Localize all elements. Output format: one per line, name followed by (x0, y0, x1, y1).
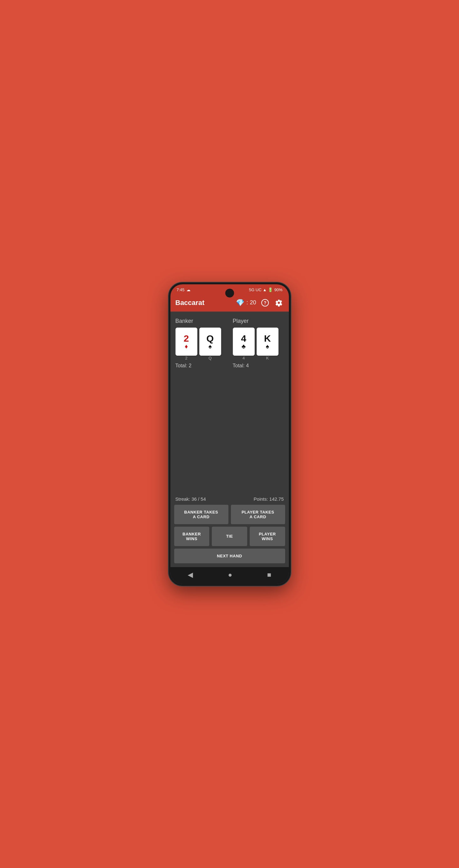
signal-icon: ▲ (263, 287, 267, 292)
status-left: 7:45 (177, 287, 191, 292)
network-label: 5G UC (249, 287, 262, 292)
player-card-1-suit: ♣ (241, 343, 246, 349)
card-container: 2 ♦ 2 (175, 328, 197, 361)
banker-card-2: Q ♠ (199, 328, 221, 356)
battery-icon: 🔋 (268, 287, 273, 292)
banker-label: Banker (175, 318, 227, 324)
player-card-1-label: 4 (233, 356, 255, 361)
player-label: Player (233, 318, 284, 324)
streak-display: Streak: 36 / 54 (175, 496, 206, 502)
gem-value: 20 (250, 299, 256, 306)
banker-card-2-label: Q (199, 356, 221, 361)
banker-total: Total: 2 (175, 363, 227, 369)
player-card-2-suit: ♠ (266, 343, 269, 349)
phone-frame: 7:45 5G UC ▲ 🔋 90% Baccarat 💎 : 20 (169, 282, 291, 586)
game-area: Banker 2 ♦ 2 Q ♠ (175, 318, 284, 369)
banker-wins-button[interactable]: BANKERWINS (174, 527, 210, 546)
stats-row: Streak: 36 / 54 Points: 142.75 (174, 493, 285, 505)
banker-card-1: 2 ♦ (175, 328, 197, 356)
status-right: 5G UC ▲ 🔋 90% (249, 287, 283, 292)
player-card-1-rank: 4 (241, 334, 246, 343)
player-card-2-label: K (257, 356, 279, 361)
app-bar-right: 💎 : 20 ? (236, 298, 284, 308)
player-cards: 4 ♣ 4 K ♠ K (233, 328, 284, 361)
bottom-area: Streak: 36 / 54 Points: 142.75 BANKER TA… (170, 493, 289, 567)
banker-card-2-suit: ♠ (208, 343, 212, 349)
home-icon[interactable]: ● (228, 571, 232, 579)
banker-section: Banker 2 ♦ 2 Q ♠ (175, 318, 227, 369)
player-card-2-rank: K (264, 334, 271, 343)
svg-text:?: ? (263, 300, 266, 305)
player-card-2: K ♠ (257, 328, 279, 356)
card-container: K ♠ K (257, 328, 279, 361)
next-hand-button[interactable]: NEXT HAND (174, 549, 285, 563)
banker-cards: 2 ♦ 2 Q ♠ Q (175, 328, 227, 361)
banker-takes-card-button[interactable]: BANKER TAKESA CARD (174, 505, 228, 524)
card-container: 4 ♣ 4 (233, 328, 255, 361)
help-button[interactable]: ? (260, 298, 270, 308)
gem-icon: 💎 (236, 299, 245, 307)
points-display: Points: 142.75 (254, 496, 284, 502)
banker-card-1-suit: ♦ (184, 343, 188, 349)
settings-button[interactable] (274, 298, 284, 308)
tie-button[interactable]: TIE (212, 527, 247, 546)
back-icon[interactable]: ◀ (188, 571, 193, 579)
battery-percent: 90% (274, 287, 282, 292)
recents-icon[interactable]: ■ (267, 571, 271, 579)
player-takes-card-button[interactable]: PLAYER TAKESA CARD (231, 505, 285, 524)
card-container: Q ♠ Q (199, 328, 221, 361)
camera-notch (225, 289, 234, 298)
banker-card-2-rank: Q (206, 334, 214, 343)
action-buttons: BANKER TAKESA CARD PLAYER TAKESA CARD (174, 505, 285, 524)
app-title: Baccarat (175, 299, 205, 307)
time-display: 7:45 (177, 287, 184, 292)
gem-score-display: 💎 : 20 (236, 299, 256, 307)
gem-colon: : (246, 299, 248, 306)
cloud-icon (187, 287, 191, 292)
player-section: Player 4 ♣ 4 K ♠ (233, 318, 284, 369)
nav-bar: ◀ ● ■ (170, 567, 289, 584)
player-wins-button[interactable]: PLAYERWINS (250, 527, 285, 546)
banker-card-1-rank: 2 (183, 334, 189, 343)
banker-card-1-label: 2 (175, 356, 197, 361)
outcome-buttons: BANKERWINS TIE PLAYERWINS (174, 527, 285, 546)
player-total: Total: 4 (233, 363, 284, 369)
main-content: Banker 2 ♦ 2 Q ♠ (170, 312, 289, 493)
player-card-1: 4 ♣ (233, 328, 255, 356)
